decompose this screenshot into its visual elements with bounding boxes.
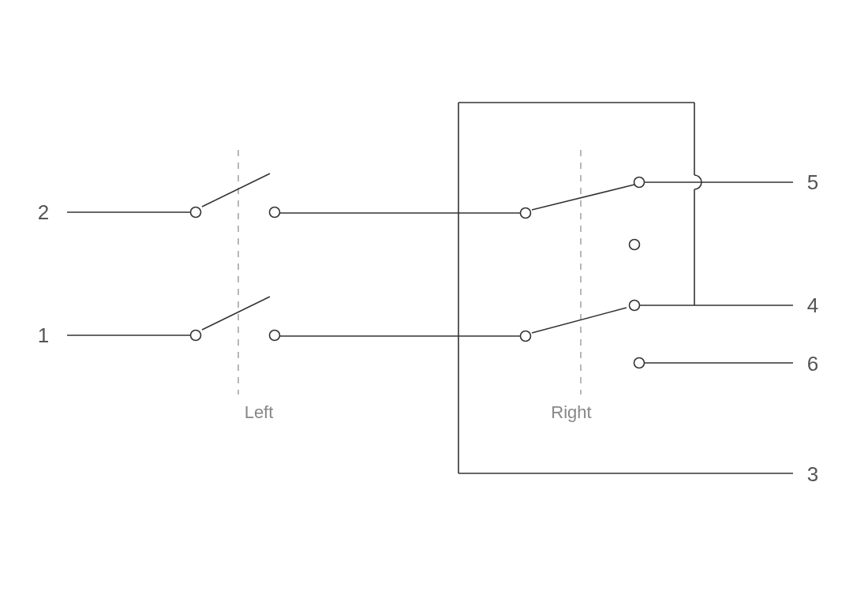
- label-terminal-4: 4: [807, 293, 818, 317]
- label-terminal-3: 3: [807, 462, 818, 486]
- node-t2: [191, 207, 201, 218]
- node-right-lower-common: [521, 331, 531, 342]
- node-contact-4: [630, 301, 640, 311]
- node-contact-5: [634, 178, 645, 188]
- label-terminal-2: 2: [38, 200, 49, 224]
- label-terminal-6: 6: [807, 352, 818, 376]
- label-terminal-5: 5: [807, 170, 818, 194]
- schematic-diagram: 2 1 5 4 6 3 Left Right: [0, 0, 868, 598]
- right-lower-switch-arm: [532, 308, 627, 333]
- node-right-upper-common: [521, 208, 531, 219]
- node-left-upper-pivot: [270, 207, 280, 218]
- node-left-lower-pivot: [270, 331, 280, 341]
- left-lower-switch-arm: [202, 297, 270, 330]
- node-t1: [191, 331, 201, 341]
- label-left-switch: Left: [245, 402, 274, 422]
- label-terminal-1: 1: [38, 323, 49, 347]
- right-upper-switch-arm: [532, 185, 634, 210]
- label-right-switch: Right: [551, 402, 591, 422]
- node-right-upper-unused: [630, 240, 640, 250]
- left-upper-switch-arm: [202, 174, 270, 207]
- node-contact-6: [634, 358, 645, 368]
